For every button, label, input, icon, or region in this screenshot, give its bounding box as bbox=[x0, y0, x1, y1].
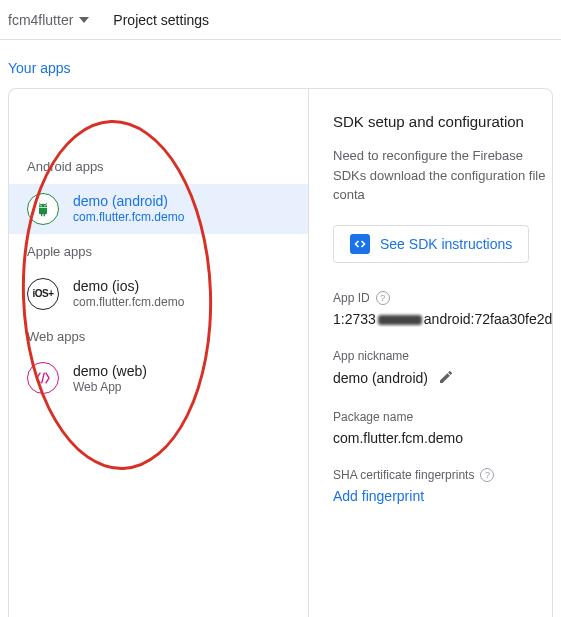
sdk-button-label: See SDK instructions bbox=[380, 236, 512, 252]
nickname-label: App nickname bbox=[333, 349, 552, 363]
app-sub: Web App bbox=[73, 380, 147, 396]
apps-card: Android apps demo (android) com.flutter.… bbox=[8, 88, 553, 617]
top-bar: fcm4flutter Project settings bbox=[0, 0, 561, 40]
see-sdk-button[interactable]: See SDK instructions bbox=[333, 225, 529, 263]
add-fingerprint-link[interactable]: Add fingerprint bbox=[333, 488, 552, 504]
section-title: Your apps bbox=[0, 40, 561, 88]
app-sub: com.flutter.fcm.demo bbox=[73, 295, 184, 311]
app-id-value: 1:2733android:72faa30fe2d bbox=[333, 311, 552, 327]
package-label: Package name bbox=[333, 410, 552, 424]
help-icon[interactable]: ? bbox=[480, 468, 494, 482]
detail-title: SDK setup and configuration bbox=[333, 113, 552, 130]
package-value: com.flutter.fcm.demo bbox=[333, 430, 552, 446]
redacted-segment bbox=[378, 315, 422, 325]
tab-project-settings[interactable]: Project settings bbox=[113, 12, 209, 28]
android-icon bbox=[27, 193, 59, 225]
sha-label: SHA certificate fingerprints ? bbox=[333, 468, 552, 482]
code-icon bbox=[350, 234, 370, 254]
nickname-value: demo (android) bbox=[333, 370, 428, 386]
group-label-web: Web apps bbox=[9, 319, 308, 354]
help-icon[interactable]: ? bbox=[376, 291, 390, 305]
app-name: demo (android) bbox=[73, 192, 184, 210]
group-label-apple: Apple apps bbox=[9, 234, 308, 269]
detail-desc: Need to reconfigure the Firebase SDKs do… bbox=[333, 146, 552, 205]
app-row-ios[interactable]: iOS+ demo (ios) com.flutter.fcm.demo bbox=[9, 269, 308, 319]
app-name: demo (ios) bbox=[73, 277, 184, 295]
ios-icon: iOS+ bbox=[27, 278, 59, 310]
group-label-android: Android apps bbox=[9, 149, 308, 184]
project-name: fcm4flutter bbox=[8, 12, 73, 28]
app-detail: SDK setup and configuration Need to reco… bbox=[309, 89, 552, 617]
app-row-android[interactable]: demo (android) com.flutter.fcm.demo bbox=[9, 184, 308, 234]
app-name: demo (web) bbox=[73, 362, 147, 380]
app-sub: com.flutter.fcm.demo bbox=[73, 210, 184, 226]
web-icon bbox=[27, 362, 59, 394]
pencil-icon[interactable] bbox=[438, 369, 454, 388]
app-row-web[interactable]: demo (web) Web App bbox=[9, 354, 308, 404]
apps-sidebar: Android apps demo (android) com.flutter.… bbox=[9, 89, 309, 617]
caret-down-icon bbox=[79, 17, 89, 23]
project-selector[interactable]: fcm4flutter bbox=[8, 12, 89, 28]
app-id-label: App ID ? bbox=[333, 291, 552, 305]
